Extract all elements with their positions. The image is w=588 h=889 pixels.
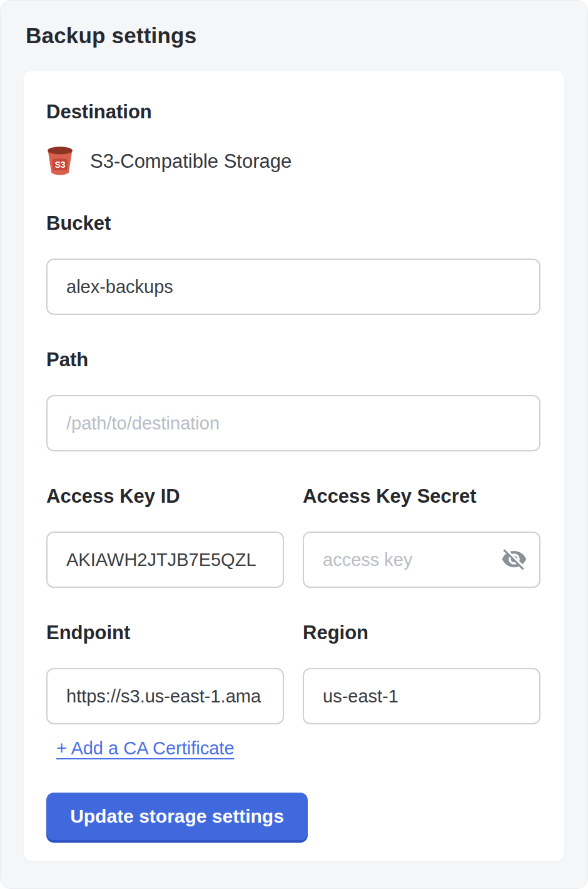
region-field: Region [303, 622, 540, 724]
update-storage-settings-button[interactable]: Update storage settings [46, 793, 308, 840]
bucket-input[interactable] [46, 259, 540, 315]
access-key-secret-label: Access Key Secret [303, 485, 540, 508]
destination-label: Destination [46, 101, 540, 123]
bucket-field: Bucket [46, 212, 540, 315]
region-input-wrap [303, 668, 540, 724]
svg-text:S3: S3 [54, 160, 65, 170]
path-field: Path [46, 349, 540, 451]
path-input[interactable] [46, 395, 540, 451]
access-key-id-label: Access Key ID [46, 485, 284, 508]
toggle-secret-visibility-button[interactable] [499, 545, 529, 575]
destination-value: S3-Compatible Storage [90, 150, 291, 173]
region-label: Region [303, 622, 540, 644]
s3-bucket-icon: S3 [46, 146, 74, 177]
endpoint-input[interactable] [46, 668, 284, 724]
bucket-input-wrap [46, 259, 540, 315]
backup-settings-panel: Backup settings Destination S3 S3-Compat… [0, 0, 588, 889]
endpoint-label: Endpoint [46, 622, 284, 644]
path-label: Path [46, 349, 540, 371]
path-input-wrap [46, 395, 540, 451]
access-key-id-input-wrap [46, 532, 284, 588]
destination-row: S3 S3-Compatible Storage [46, 145, 540, 178]
access-key-id-input[interactable] [46, 532, 284, 588]
backup-settings-card: Destination S3 S3-Compatible Storage Buc… [24, 71, 564, 861]
add-ca-certificate-link[interactable]: + Add a CA Certificate [56, 738, 235, 759]
region-input[interactable] [303, 668, 540, 724]
access-keys-row: Access Key ID Access Key Secret [46, 485, 540, 588]
access-key-secret-input-wrap [303, 532, 540, 588]
endpoint-field: Endpoint [46, 622, 284, 724]
endpoint-input-wrap [46, 668, 284, 724]
access-key-secret-field: Access Key Secret [303, 485, 540, 588]
page-title: Backup settings [26, 23, 587, 48]
eye-off-icon [501, 546, 527, 574]
bucket-label: Bucket [46, 212, 540, 235]
endpoint-region-row: Endpoint Region [46, 622, 540, 724]
access-key-id-field: Access Key ID [46, 485, 284, 588]
